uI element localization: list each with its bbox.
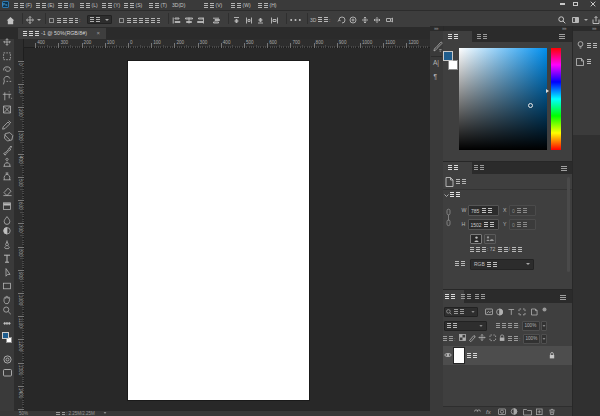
svg-text:fx: fx (486, 409, 492, 415)
